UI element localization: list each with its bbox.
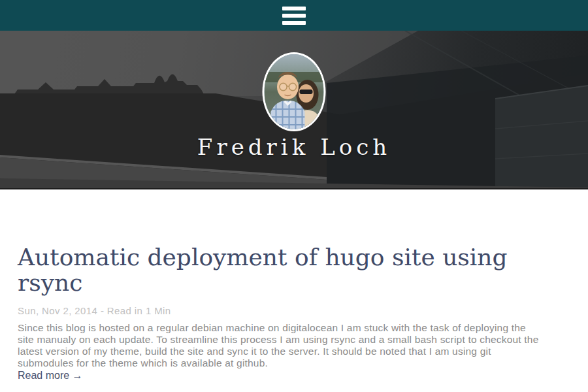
hamburger-bar — [282, 7, 306, 10]
hero-banner: Fredrik Loch — [0, 31, 588, 189]
post-title-link[interactable]: Automatic deployment of hugo site using … — [18, 244, 553, 295]
avatar-photo — [265, 54, 324, 129]
site-title: Fredrik Loch — [0, 134, 588, 160]
read-more-link[interactable]: Read more → — [18, 370, 83, 382]
top-nav-bar — [0, 0, 588, 31]
post-excerpt: Since this blog is hosted on a regular d… — [18, 322, 540, 369]
post-meta: Sun, Nov 2, 2014 - Read in 1 Min — [18, 305, 572, 316]
hamburger-bar — [282, 14, 306, 18]
post-summary: Automatic deployment of hugo site using … — [18, 189, 572, 382]
avatar — [263, 52, 326, 131]
hamburger-menu-icon[interactable] — [282, 7, 306, 25]
hamburger-bar — [282, 21, 306, 25]
